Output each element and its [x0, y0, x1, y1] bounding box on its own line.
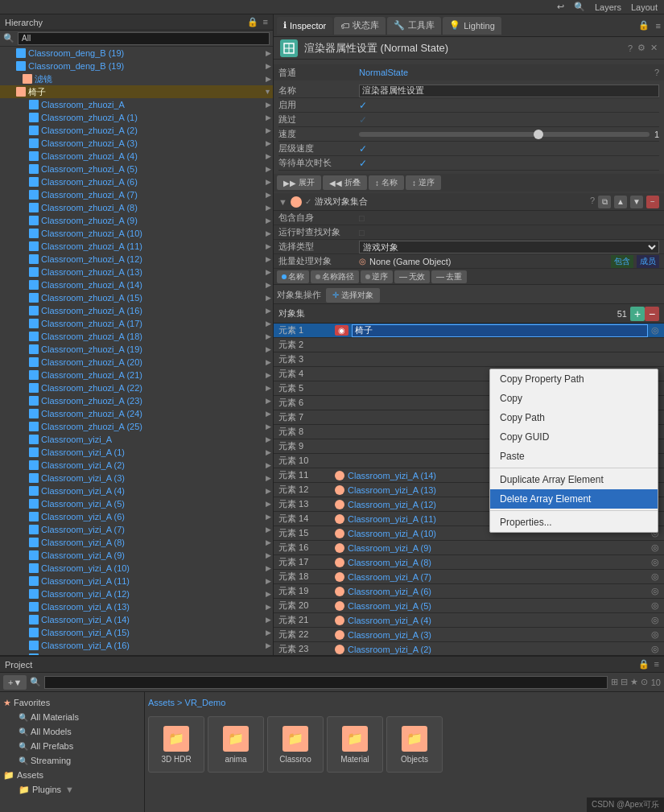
list-item[interactable]: Classroom_zhuozi_A (22)▶ [0, 381, 273, 394]
elem-circle-btn[interactable]: ◎ [651, 629, 659, 640]
ctx-copy-guid[interactable]: Copy GUID [490, 427, 658, 447]
file-item-anima[interactable]: 📁 anima [208, 716, 264, 773]
list-item[interactable]: Classroom_zhuozi_A▶ [0, 98, 273, 111]
list-item[interactable]: Classroom_yizi_A (10)▶ [0, 562, 273, 575]
streaming-item[interactable]: 🔍 Streaming [0, 753, 144, 768]
list-item[interactable]: Classroom_zhuozi_A (21)▶ [0, 369, 273, 381]
ctx-paste[interactable]: Paste [490, 447, 658, 466]
layout-label[interactable]: Layout [631, 2, 658, 12]
menu-icon[interactable]: ≡ [654, 659, 659, 670]
layer-speed-checkmark[interactable]: ✓ [359, 143, 367, 155]
list-item[interactable]: Classroom_yizi_A (7)▶ [0, 523, 273, 536]
member-btn[interactable]: 成员 [637, 255, 659, 268]
file-item-3dhdr[interactable]: 📁 3D HDR [148, 716, 204, 773]
remove-element-button[interactable]: − [645, 307, 659, 321]
list-item[interactable]: Classroom_zhuozi_A (6)▶ [0, 175, 273, 188]
hierarchy-search-input[interactable] [18, 32, 270, 45]
ctx-copy-path[interactable]: Copy Path [490, 408, 658, 427]
list-item[interactable]: Classroom_zhuozi_A (11)▶ [0, 240, 273, 253]
lock-icon[interactable]: 🔒 [247, 17, 258, 27]
list-item[interactable]: Classroom_zhuozi_A (25)▶ [0, 420, 273, 433]
list-item[interactable]: Classroom_yizi_A (3)▶ [0, 472, 273, 484]
elem-circle-btn[interactable]: ◎ [651, 615, 659, 625]
more-icon[interactable]: ≡ [656, 21, 661, 31]
reverse-button[interactable]: ↕ 逆序 [406, 175, 441, 190]
all-prefabs-item[interactable]: 🔍 All Prefabs [0, 739, 144, 753]
reverse-sort-btn[interactable]: 逆序 [361, 270, 393, 283]
list-item[interactable]: Classroom_zhuozi_A (7)▶ [0, 188, 273, 201]
list-item[interactable]: Classroom_deng_B (19) ▶ [0, 47, 273, 60]
question-icon-2[interactable]: ? [654, 68, 659, 77]
find-runtime-checkbox[interactable]: □ [359, 228, 365, 237]
elem-circle-btn[interactable]: ◎ [651, 571, 659, 582]
select-obj-button[interactable]: ✛ 选择对象 [326, 288, 380, 303]
remove-icon-btn[interactable]: − [646, 196, 659, 208]
question-icon-3[interactable]: ? [590, 196, 595, 208]
list-item[interactable]: Classroom_zhuozi_A (23)▶ [0, 394, 273, 407]
list-item[interactable]: Classroom_zhuozi_A (24)▶ [0, 407, 273, 420]
ctx-properties[interactable]: Properties... [490, 513, 658, 532]
file-item-material[interactable]: 📁 Material [327, 716, 383, 773]
name-sort-btn[interactable]: 名称 [277, 270, 309, 283]
settings-icon[interactable]: ⚙ [637, 43, 645, 53]
dedup-btn[interactable]: — 去重 [431, 270, 467, 283]
all-models-item[interactable]: 🔍 All Models [0, 724, 144, 739]
wait-checkmark[interactable]: ✓ [359, 158, 367, 169]
list-item[interactable]: Classroom_zhuozi_A (5)▶ [0, 163, 273, 175]
list-item[interactable]: Classroom_deng_B (19) ▶ [0, 60, 273, 72]
name-path-btn[interactable]: 名称路径 [311, 270, 359, 283]
list-item[interactable]: Classroom_yizi_A (11)▶ [0, 575, 273, 587]
close-icon[interactable]: ✕ [650, 43, 658, 53]
tab-state-lib[interactable]: 🏷 状态库 [334, 17, 386, 35]
expand-button[interactable]: ▶▶ 展开 [277, 175, 321, 190]
tab-lighting[interactable]: 💡 Lighting [443, 17, 501, 35]
section-arrow[interactable]: ▼ [278, 197, 287, 207]
list-item[interactable]: Classroom_yizi_A (5)▶ [0, 497, 273, 510]
list-item[interactable]: Classroom yizi_A (17)▶ [0, 652, 273, 655]
list-item[interactable]: Classroom_zhuozi_A (14)▶ [0, 278, 273, 291]
project-search-input[interactable] [44, 676, 607, 689]
element-1-input[interactable] [352, 324, 648, 337]
elem-circle-btn[interactable]: ◎ [651, 557, 659, 567]
list-item[interactable]: Classroom_yizi_A (13)▶ [0, 600, 273, 613]
speed-slider[interactable] [359, 132, 650, 137]
file-item-objects[interactable]: 📁 Objects [386, 716, 443, 773]
list-item-chair[interactable]: 椅子 ▼ [0, 85, 273, 98]
list-item[interactable]: Classroom_yizi_A (6)▶ [0, 510, 273, 523]
assets-item[interactable]: 📁 Assets [0, 768, 144, 782]
elem-circle-btn[interactable]: ◎ [651, 600, 659, 611]
list-item[interactable]: Classroom_zhuozi_A (3)▶ [0, 137, 273, 150]
elem-circle-btn[interactable]: ◎ [651, 644, 659, 654]
layers-label[interactable]: Layers [595, 2, 621, 12]
list-item[interactable]: Classroom_yizi_A (14)▶ [0, 613, 273, 626]
list-item[interactable]: Classroom_zhuozi_A (1)▶ [0, 111, 273, 124]
list-item[interactable]: Classroom_zhuozi_A (13)▶ [0, 266, 273, 278]
ctx-duplicate[interactable]: Duplicate Array Element [490, 470, 658, 489]
lock-icon[interactable]: 🔒 [638, 659, 650, 670]
elem-circle-btn[interactable]: ◎ [651, 586, 659, 596]
list-item[interactable]: Classroom_zhuozi_A (4)▶ [0, 150, 273, 163]
skip-checkmark[interactable]: ✓ [359, 114, 367, 126]
list-item[interactable]: Classroom_zhuozi_A (12)▶ [0, 253, 273, 266]
ctx-copy-property-path[interactable]: Copy Property Path [490, 369, 658, 389]
checkmark-icon[interactable]: ✓ [359, 100, 367, 111]
list-item[interactable]: Classroom_zhuozi_A (17)▶ [0, 317, 273, 330]
list-item[interactable]: Classroom_yizi_A (12)▶ [0, 587, 273, 600]
list-item[interactable]: Classroom_yizi_A (16)▶ [0, 639, 273, 652]
ctx-copy[interactable]: Copy [490, 389, 658, 408]
ctx-delete[interactable]: Delete Array Element [490, 489, 658, 509]
undo-icon[interactable]: ↩ [557, 2, 564, 12]
list-item[interactable]: Classroom_yizi_A (2)▶ [0, 459, 273, 472]
plugins-item[interactable]: 📁 Plugins ▼ [0, 782, 144, 797]
list-item[interactable]: Classroom_yizi_A (15)▶ [0, 626, 273, 639]
copy-icon-btn[interactable]: ⧉ [598, 196, 611, 208]
search-icon[interactable]: 🔍 [574, 2, 585, 12]
list-item[interactable]: Classroom_zhuozi_A (16)▶ [0, 304, 273, 317]
add-element-button[interactable]: + [630, 307, 645, 321]
lock-icon[interactable]: 🔒 [638, 20, 650, 31]
collapse-button[interactable]: ◀◀ 折叠 [323, 175, 367, 190]
list-item[interactable]: Classroom_yizi_A▶ [0, 433, 273, 446]
list-item[interactable]: Classroom_zhuozi_A (8)▶ [0, 201, 273, 214]
favorites-item[interactable]: ★ Favorites [0, 695, 144, 710]
name-button[interactable]: ↕ 名称 [369, 175, 404, 190]
